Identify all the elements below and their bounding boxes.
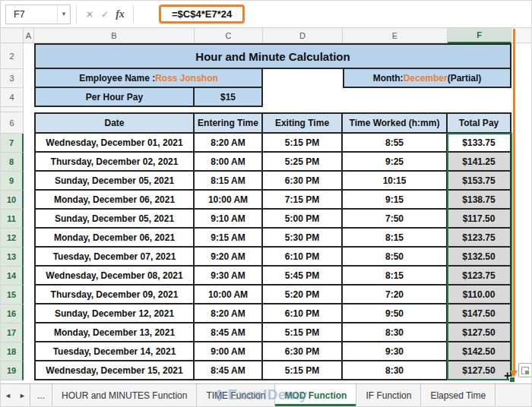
entering-time-cell[interactable]: 8:45 AM xyxy=(195,323,263,342)
total-pay-cell[interactable]: $127.50 xyxy=(448,361,511,380)
entering-time-cell[interactable]: 8:45 AM xyxy=(195,361,263,380)
row-header[interactable]: 19 xyxy=(1,361,24,380)
exiting-time-cell[interactable]: 6:30 PM xyxy=(263,342,343,361)
select-all-corner[interactable] xyxy=(1,28,24,43)
per-hour-pay-label-cell[interactable]: Per Hour Pay xyxy=(34,88,195,107)
exiting-time-cell[interactable]: 7:15 PM xyxy=(263,191,343,210)
total-pay-cell-active[interactable]: $133.75 xyxy=(448,134,511,153)
entering-time-cell[interactable]: 10:00 AM xyxy=(195,191,263,210)
name-box[interactable]: F7 ▼ xyxy=(5,5,71,24)
exiting-time-cell[interactable]: 5:30 PM xyxy=(263,229,343,248)
total-pay-cell[interactable]: $142.50 xyxy=(448,342,511,361)
date-cell[interactable]: Thursday, December 02, 2021 xyxy=(34,153,195,172)
row-header[interactable]: 11 xyxy=(1,210,24,229)
total-pay-cell[interactable]: $153.75 xyxy=(448,172,511,191)
time-worked-cell[interactable]: 9:50 xyxy=(343,304,448,323)
tab-more-sheets[interactable]: ... xyxy=(30,384,52,406)
row-header[interactable]: 15 xyxy=(1,286,24,304)
exiting-time-cell[interactable]: 5:45 PM xyxy=(263,267,343,286)
entering-time-cell[interactable]: 9:00 AM xyxy=(195,342,263,361)
entering-time-cell[interactable]: 9:10 AM xyxy=(195,210,263,229)
date-cell[interactable]: Monday, December 06, 2021 xyxy=(34,229,195,248)
entering-time-cell[interactable]: 9:30 AM xyxy=(195,267,263,286)
total-pay-cell[interactable]: $117.50 xyxy=(448,210,511,229)
row-header[interactable]: 16 xyxy=(1,304,24,323)
name-box-value[interactable]: F7 xyxy=(6,5,57,24)
insert-function-icon[interactable]: fx xyxy=(112,5,128,24)
time-worked-cell[interactable]: 8:15 xyxy=(343,229,448,248)
row-header[interactable]: 13 xyxy=(1,248,24,267)
total-pay-cell[interactable]: $110.00 xyxy=(448,286,511,304)
exiting-time-cell[interactable]: 5:15 PM xyxy=(263,323,343,342)
total-pay-cell[interactable]: $132.50 xyxy=(448,248,511,267)
exiting-time-cell[interactable]: 5:15 PM xyxy=(263,134,343,153)
row-header[interactable]: 8 xyxy=(1,153,24,172)
time-worked-cell[interactable]: 9:30 xyxy=(343,342,448,361)
table-header-date[interactable]: Date xyxy=(34,112,195,134)
tab-elapsed-time[interactable]: Elapsed Time xyxy=(421,384,496,406)
row-header[interactable]: 3 xyxy=(1,69,24,88)
exiting-time-cell[interactable]: 6:30 PM xyxy=(263,172,343,191)
row-header[interactable]: 6 xyxy=(1,112,24,134)
enter-icon[interactable]: ✓ xyxy=(97,5,112,24)
entering-time-cell[interactable]: 8:00 AM xyxy=(195,153,263,172)
exiting-time-cell[interactable]: 6:10 PM xyxy=(263,304,343,323)
date-cell[interactable]: Thursday, December 09, 2021 xyxy=(34,286,195,304)
date-cell[interactable]: Sunday, December 12, 2021 xyxy=(34,304,195,323)
row-header[interactable]: 14 xyxy=(1,267,24,286)
total-pay-cell[interactable]: $147.50 xyxy=(448,304,511,323)
time-worked-cell[interactable]: 8:30 xyxy=(343,323,448,342)
date-cell[interactable]: Wednesday, December 15, 2021 xyxy=(34,361,195,380)
formula-input[interactable]: =$C$4*E7*24 xyxy=(159,5,245,24)
exiting-time-cell[interactable]: 5:20 PM xyxy=(263,286,343,304)
entering-time-cell[interactable]: 8:20 AM xyxy=(195,134,263,153)
entering-time-cell[interactable]: 9:20 AM xyxy=(195,248,263,267)
table-header-worked[interactable]: Time Worked (h:mm) xyxy=(343,112,448,134)
exiting-time-cell[interactable]: 5:15 PM xyxy=(263,361,343,380)
col-header-b[interactable]: B xyxy=(34,28,195,43)
time-worked-cell[interactable]: 7:50 xyxy=(343,210,448,229)
time-worked-cell[interactable]: 8:15 xyxy=(343,267,448,286)
tab-time-function[interactable]: TIME Function xyxy=(197,384,275,406)
total-pay-cell[interactable]: $123.75 xyxy=(448,267,511,286)
total-pay-cell[interactable]: $127.50 xyxy=(448,323,511,342)
entering-time-cell[interactable]: 10:00 AM xyxy=(195,286,263,304)
employee-name-cell[interactable]: Employee Name : Ross Jonshon xyxy=(34,69,263,88)
tab-scroll-left-icon[interactable]: ◄ xyxy=(1,384,15,406)
cancel-icon[interactable]: ✕ xyxy=(82,5,97,24)
total-pay-cell[interactable]: $123.75 xyxy=(448,229,511,248)
row-header[interactable]: 2 xyxy=(1,43,24,69)
tab-hour-and-minutes-function[interactable]: HOUR and MINUTES Function xyxy=(52,384,197,406)
exiting-time-cell[interactable]: 5:00 PM xyxy=(263,210,343,229)
total-pay-cell[interactable]: $141.25 xyxy=(448,153,511,172)
col-header-e[interactable]: E xyxy=(343,28,448,43)
row-header[interactable]: 4 xyxy=(1,88,24,107)
table-header-pay[interactable]: Total Pay xyxy=(448,112,511,134)
row-header[interactable]: 7 xyxy=(1,134,24,153)
date-cell[interactable]: Tuesday, December 07, 2021 xyxy=(34,248,195,267)
table-header-exiting[interactable]: Exiting Time xyxy=(263,112,343,134)
tab-scroll-right-icon[interactable]: ► xyxy=(15,384,30,406)
date-cell[interactable]: Monday, December 13, 2021 xyxy=(34,323,195,342)
tab-if-function[interactable]: IF Function xyxy=(356,384,421,406)
date-cell[interactable]: Wednesday, December 01, 2021 xyxy=(34,134,195,153)
autofill-options-button[interactable] xyxy=(518,363,532,377)
date-cell[interactable]: Monday, December 06, 2021 xyxy=(34,191,195,210)
row-header[interactable]: 10 xyxy=(1,191,24,210)
row-header[interactable]: 12 xyxy=(1,229,24,248)
row-header[interactable]: 9 xyxy=(1,172,24,191)
total-pay-cell[interactable]: $138.75 xyxy=(448,191,511,210)
time-worked-cell[interactable]: 9:25 xyxy=(343,153,448,172)
row-header-hidden[interactable] xyxy=(1,107,24,112)
col-header-c[interactable]: C xyxy=(195,28,263,43)
date-cell[interactable]: Sunday, December 05, 2021 xyxy=(34,172,195,191)
date-cell[interactable]: Wednesday, December 08, 2021 xyxy=(34,267,195,286)
col-header-f[interactable]: F xyxy=(448,28,511,43)
date-cell[interactable]: Tuesday, December 14, 2021 xyxy=(34,342,195,361)
col-header-a[interactable]: A xyxy=(24,28,34,43)
entering-time-cell[interactable]: 8:15 AM xyxy=(195,172,263,191)
time-worked-cell[interactable]: 8:55 xyxy=(343,134,448,153)
tab-mod-function[interactable]: MOD Function xyxy=(275,384,356,406)
per-hour-pay-value-cell[interactable]: $15 xyxy=(195,88,263,107)
time-worked-cell[interactable]: 10:15 xyxy=(343,172,448,191)
